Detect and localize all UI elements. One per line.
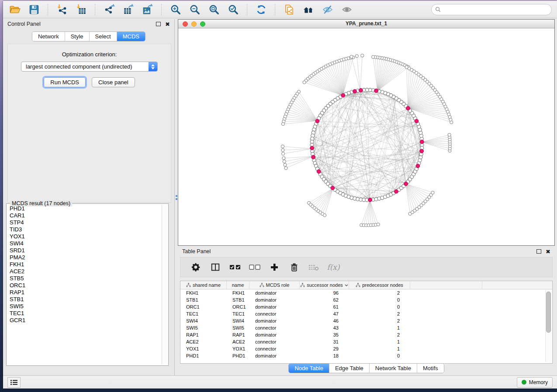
network-pages-icon[interactable] — [283, 3, 296, 16]
show-all-icon[interactable] — [340, 3, 353, 16]
mcds-hub-node[interactable] — [416, 164, 420, 168]
mcds-hub-node[interactable] — [374, 89, 378, 93]
close-table-panel-icon[interactable]: ✖ — [546, 249, 550, 254]
table-scrollbar[interactable] — [545, 290, 551, 362]
mcds-hub-node[interactable] — [415, 119, 419, 123]
mcds-hub-node[interactable] — [353, 89, 357, 93]
mcds-hub-node[interactable] — [420, 149, 424, 153]
mcds-result-item[interactable]: ORC1 — [7, 282, 162, 289]
leaf-node[interactable] — [377, 223, 380, 226]
network-canvas[interactable] — [178, 28, 554, 246]
mcds-hub-node[interactable] — [394, 189, 398, 193]
splitter-handle[interactable] — [176, 195, 177, 203]
mcds-result-item[interactable]: TID3 — [7, 226, 162, 233]
close-panel-button[interactable]: Close panel — [92, 77, 135, 87]
leaf-node[interactable] — [355, 55, 358, 58]
table-row-FKH1[interactable]: FKH1FKH1dominator962 — [180, 289, 552, 296]
mcds-hub-node[interactable] — [359, 88, 363, 92]
mcds-result-item[interactable]: GCR1 — [7, 317, 162, 324]
mcds-hub-node[interactable] — [368, 198, 372, 202]
table-row-SWI4[interactable]: SWI4SWI4dominator462 — [180, 317, 552, 324]
criterion-select[interactable]: largest connected component (undirected) — [21, 62, 158, 72]
tab-edge-table[interactable]: Edge Table — [329, 364, 370, 373]
mcds-result-item[interactable]: STP4 — [7, 219, 162, 226]
table-row-RAP1[interactable]: RAP1RAP1dominator352 — [180, 331, 552, 338]
leaf-node[interactable] — [282, 152, 285, 155]
select-all-checkboxes-icon[interactable] — [229, 261, 241, 273]
run-mcds-button[interactable]: Run MCDS — [44, 77, 86, 87]
float-table-panel-icon[interactable] — [536, 249, 541, 254]
export-network-icon[interactable] — [103, 3, 116, 16]
tab-network-table[interactable]: Network Table — [370, 364, 417, 373]
mcds-result-item[interactable]: SWI5 — [7, 303, 162, 310]
column-header-shared-name[interactable]: shared name — [180, 281, 227, 289]
table-row-ORC1[interactable]: ORC1ORC1dominator610 — [180, 303, 552, 310]
mcds-result-item[interactable]: PMA2 — [7, 254, 162, 261]
zoom-in-icon[interactable] — [169, 3, 182, 16]
column-layout-icon[interactable] — [210, 261, 221, 273]
column-header-successor-nodes[interactable]: successor nodes — [300, 281, 349, 289]
leaf-node[interactable] — [303, 81, 306, 84]
mcds-result-item[interactable]: YOX1 — [7, 233, 162, 240]
mcds-result-item[interactable]: ACE2 — [7, 268, 162, 275]
add-column-icon[interactable] — [269, 261, 280, 273]
save-session-icon[interactable] — [28, 3, 41, 16]
table-row-STB1[interactable]: STB1STB1dominator620 — [180, 296, 552, 303]
table-row-YOX1[interactable]: YOX1YOX1connector291 — [180, 345, 552, 352]
mcds-hub-node[interactable] — [404, 182, 408, 186]
memory-button[interactable]: Memory — [517, 377, 553, 388]
mcds-result-item[interactable]: STB5 — [7, 275, 162, 282]
refresh-view-icon[interactable] — [255, 3, 268, 16]
close-panel-icon[interactable]: ✖ — [165, 21, 170, 27]
mcds-result-scrollbar[interactable] — [162, 205, 167, 364]
tab-motifs[interactable]: Motifs — [417, 364, 444, 373]
leaf-node[interactable] — [361, 54, 364, 57]
mcds-hub-node[interactable] — [310, 146, 314, 150]
zoom-selected-icon[interactable] — [227, 3, 240, 16]
function-builder-icon[interactable]: f(x) — [328, 261, 339, 273]
zoom-fit-icon[interactable] — [208, 3, 221, 16]
mcds-result-item[interactable]: CAR1 — [7, 212, 162, 219]
mcds-result-item[interactable]: RAP1 — [7, 289, 162, 296]
mcds-result-item[interactable]: SRD1 — [7, 247, 162, 254]
leaf-node[interactable] — [283, 160, 286, 163]
tab-network[interactable]: Network — [32, 32, 65, 41]
leaf-node[interactable] — [372, 55, 375, 58]
hide-selected-icon[interactable] — [321, 3, 334, 16]
tab-style[interactable]: Style — [65, 32, 90, 41]
export-image-icon[interactable] — [141, 3, 154, 16]
table-row-ACE2[interactable]: ACE2ACE2connector311 — [180, 338, 552, 345]
tab-mcds[interactable]: MCDS — [117, 32, 145, 41]
table-row-SWI5[interactable]: SWI5SWI5connector431 — [180, 324, 552, 331]
leaf-node[interactable] — [284, 167, 287, 170]
tab-node-table[interactable]: Node Table — [289, 364, 329, 373]
leaf-node[interactable] — [281, 148, 284, 151]
leaf-node[interactable] — [323, 214, 326, 217]
delete-column-trash-icon[interactable] — [288, 261, 300, 273]
import-table-icon[interactable] — [75, 3, 88, 16]
float-panel-icon[interactable] — [156, 22, 161, 26]
leaf-node[interactable] — [350, 55, 353, 58]
leaf-node[interactable] — [281, 123, 284, 126]
leaf-node[interactable] — [448, 133, 451, 136]
table-row-TEC1[interactable]: TEC1TEC1connector472 — [180, 310, 552, 317]
leaf-node[interactable] — [284, 163, 287, 166]
export-table-icon[interactable] — [122, 3, 135, 16]
mcds-hub-node[interactable] — [311, 155, 315, 159]
column-header-name[interactable]: name — [227, 281, 249, 289]
mcds-result-item[interactable]: TEC1 — [7, 310, 162, 317]
table-scrollbar-thumb[interactable] — [546, 292, 551, 333]
table-row-PHD1[interactable]: PHD1PHD1dominator180 — [180, 352, 552, 359]
column-header-MCDS-role[interactable]: MCDS role — [249, 281, 300, 289]
search-input[interactable] — [443, 6, 548, 13]
leaf-node[interactable] — [405, 65, 408, 69]
mcds-hub-node[interactable] — [341, 93, 345, 97]
leaf-node[interactable] — [281, 145, 284, 148]
first-neighbors-icon[interactable] — [302, 3, 315, 16]
table-settings-gear-icon[interactable] — [190, 261, 201, 273]
column-header-predecessor-nodes[interactable]: predecessor nodes — [349, 281, 410, 289]
open-file-icon[interactable] — [8, 3, 21, 16]
zoom-out-icon[interactable] — [188, 3, 201, 16]
import-network-icon[interactable] — [55, 3, 69, 16]
mcds-result-item[interactable]: STB1 — [7, 296, 162, 303]
